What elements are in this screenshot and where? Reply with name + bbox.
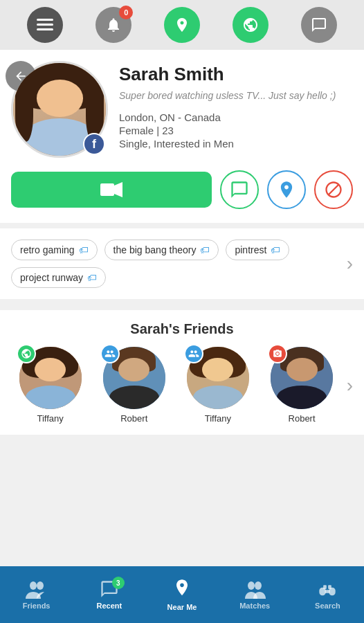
interests-section: retro gaming 🏷 the big bang theory 🏷 pin… <box>0 228 364 299</box>
tag-icon: 🏷 <box>271 244 280 255</box>
chat-button[interactable] <box>220 170 259 209</box>
tag-retro-gaming[interactable]: retro gaming 🏷 <box>11 240 98 260</box>
nav-label-search: Search <box>315 602 340 610</box>
interests-chevron[interactable]: › <box>341 253 353 275</box>
notifications-button[interactable]: 0 <box>95 7 131 43</box>
friends-icon <box>26 579 48 599</box>
friend-name: Robert <box>289 413 316 424</box>
nav-matches[interactable]: Matches <box>219 566 291 623</box>
nav-label-friends: Friends <box>23 602 51 610</box>
nav-friends[interactable]: Friends <box>0 566 73 623</box>
profile-relationship: Single, Interested in Men <box>119 138 353 150</box>
top-navigation: 0 <box>0 0 364 50</box>
tag-icon: 🏷 <box>200 244 210 255</box>
svg-rect-13 <box>324 585 327 589</box>
action-row <box>11 170 353 209</box>
profile-status: Super bored watching usless TV... Just s… <box>119 89 353 103</box>
friend-camera-badge <box>268 344 287 363</box>
svg-rect-2 <box>37 28 53 30</box>
svg-rect-12 <box>325 590 330 593</box>
tag-label: project runway <box>20 272 83 283</box>
profile-gender-age: Female | 23 <box>119 125 353 136</box>
friend-item-tiffany-1[interactable]: Tiffany <box>19 347 82 424</box>
tag-project-runway[interactable]: project runway 🏷 <box>11 267 106 288</box>
matches-icon <box>244 579 266 599</box>
nav-label-recent: Recent <box>96 602 122 610</box>
tag-label: the big bang theory <box>113 244 197 255</box>
friend-name: Tiffany <box>205 413 231 424</box>
friend-item-tiffany-2[interactable]: Tiffany <box>187 347 249 424</box>
friend-people-badge <box>184 344 203 363</box>
near-me-icon <box>172 578 192 600</box>
map-button[interactable] <box>267 170 306 209</box>
profile-section: f Sarah Smith Super bored watching usles… <box>0 50 364 223</box>
friend-item-robert-2[interactable]: Robert <box>271 347 333 424</box>
tag-pintrest[interactable]: pintrest 🏷 <box>226 240 289 260</box>
tag-big-bang[interactable]: the big bang theory 🏷 <box>104 240 219 260</box>
svg-point-5 <box>276 352 279 355</box>
profile-name: Sarah Smith <box>119 64 353 85</box>
friends-chevron[interactable]: › <box>341 374 353 397</box>
nav-label-near-me: Near Me <box>167 603 197 611</box>
messages-button[interactable] <box>301 7 337 43</box>
menu-button[interactable] <box>27 7 63 43</box>
nav-recent[interactable]: 3 Recent <box>73 566 145 623</box>
nav-near-me[interactable]: Near Me <box>145 566 218 623</box>
interests-tags: retro gaming 🏷 the big bang theory 🏷 pin… <box>11 240 341 288</box>
friends-title: Sarah's Friends <box>11 321 353 337</box>
divider-1 <box>0 223 364 228</box>
bottom-navigation: Friends 3 Recent Near Me Matches <box>0 566 364 623</box>
profile-location: London, ON - Canada <box>119 111 353 123</box>
profile-info: Sarah Smith Super bored watching usless … <box>119 61 353 151</box>
friend-name: Robert <box>120 413 147 424</box>
profile-avatar-wrap: f <box>11 61 108 158</box>
recent-icon: 3 <box>100 579 119 599</box>
friend-avatar <box>187 347 249 409</box>
svg-point-8 <box>248 581 255 590</box>
block-button[interactable] <box>314 170 353 209</box>
friends-list: Tiffany <box>11 347 341 424</box>
tag-icon: 🏷 <box>79 244 89 255</box>
friend-avatar <box>271 347 333 409</box>
tag-label: retro gaming <box>20 244 75 255</box>
nav-label-matches: Matches <box>239 602 270 610</box>
search-icon <box>318 579 337 599</box>
friend-globe-badge <box>17 344 36 363</box>
friend-item-robert-1[interactable]: Robert <box>103 347 165 424</box>
friends-section: Sarah's Friends <box>0 310 364 435</box>
tag-label: pintrest <box>235 244 266 255</box>
friend-avatar <box>103 347 165 409</box>
svg-point-7 <box>37 581 44 590</box>
svg-rect-0 <box>37 19 53 21</box>
svg-rect-1 <box>37 24 53 26</box>
location-button[interactable] <box>164 7 200 43</box>
svg-point-6 <box>30 581 37 590</box>
svg-point-9 <box>255 581 262 590</box>
svg-rect-14 <box>329 585 332 589</box>
tag-icon: 🏷 <box>87 272 97 283</box>
facebook-badge: f <box>83 133 105 155</box>
divider-2 <box>0 299 364 305</box>
friend-avatar <box>19 347 82 409</box>
video-call-button[interactable] <box>11 172 212 208</box>
recent-badge: 3 <box>112 577 125 589</box>
friends-row: Tiffany <box>11 347 353 424</box>
svg-rect-3 <box>100 183 114 196</box>
friend-name: Tiffany <box>37 413 63 424</box>
svg-marker-4 <box>114 182 122 197</box>
friend-people-badge <box>100 344 120 363</box>
globe-button[interactable] <box>233 7 269 43</box>
nav-search[interactable]: Search <box>291 566 364 623</box>
bell-badge: 0 <box>119 6 133 19</box>
